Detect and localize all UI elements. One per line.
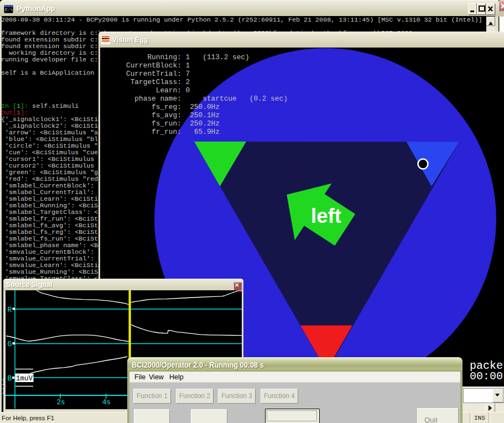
svg-text:B: B [8, 374, 12, 383]
svg-text:G: G [8, 340, 12, 348]
svg-text:R: R [8, 306, 12, 314]
svg-text:2s: 2s [57, 399, 65, 406]
svg-text:4s: 4s [102, 399, 111, 406]
svg-text:1muV: 1muV [16, 375, 33, 383]
svg-text:left: left [311, 205, 341, 227]
